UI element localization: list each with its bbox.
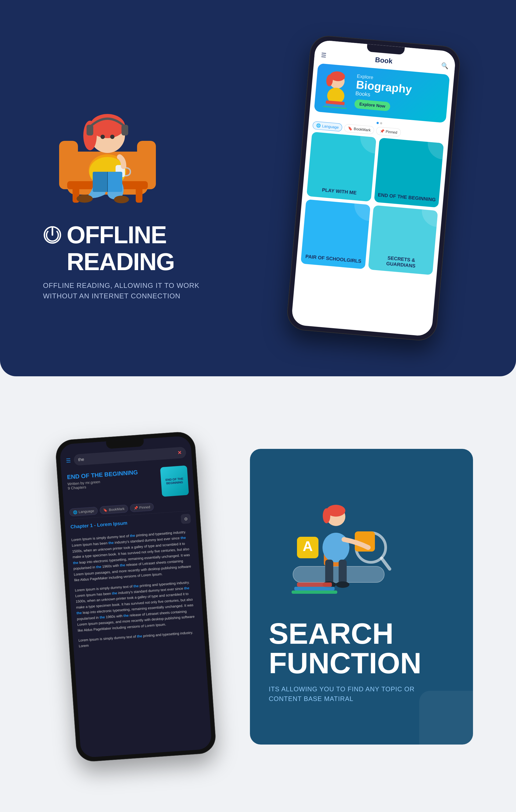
language-icon: 🌐 [316, 123, 321, 128]
power-icon [43, 226, 62, 244]
phone-screen-1: ☰ Book 🔍 [291, 39, 456, 337]
filter-tab-language-label: Language [322, 124, 339, 129]
filter-tab-dark-pinned[interactable]: 📌 Pinned [130, 503, 154, 512]
search-illustration: A [269, 490, 408, 611]
phone-body-2: ☰ the ✕ END OF THE BEGINNING Written by … [55, 431, 217, 762]
bookmark-label-dark: BookMark [109, 507, 125, 512]
filter-tab-bookmark[interactable]: 🔖 BookMark [344, 124, 374, 135]
menu-icon[interactable]: ☰ [321, 52, 326, 59]
svg-point-17 [114, 196, 129, 203]
filter-tab-pinned-label: Pinned [385, 129, 398, 135]
character-illustration [43, 75, 172, 209]
svg-point-16 [77, 195, 93, 203]
bookmark-icon-dark: 🔖 [103, 508, 108, 512]
dot-2 [380, 122, 382, 124]
bookmark-icon: 🔖 [348, 126, 353, 130]
search-phone-wrapper: ☰ the ✕ END OF THE BEGINNING Written by … [43, 435, 228, 758]
offline-heading-line1: OFFLINE [67, 223, 166, 247]
app-title: Book [375, 56, 393, 65]
phone-body-1: ☰ Book 🔍 [286, 34, 461, 342]
svg-point-13 [101, 135, 105, 139]
lang-icon-dark: 🌐 [73, 510, 78, 514]
dot-1 [376, 122, 379, 124]
svg-rect-50 [292, 590, 337, 594]
search-func-heading: SEARCH FUNCTION [269, 619, 422, 678]
section-search: ☰ the ✕ END OF THE BEGINNING Written by … [0, 382, 516, 812]
svg-rect-48 [297, 582, 332, 587]
search-func-subtext: ITS ALLOWING YOU TO FIND ANY TOPIC OR CO… [269, 684, 425, 704]
svg-rect-19 [93, 172, 108, 192]
svg-point-42 [323, 508, 330, 523]
filter-tab-language[interactable]: 🌐 Language [312, 121, 342, 132]
book-title-pair: PAIR OF SCHOOLGIRLS [302, 254, 365, 265]
book-card-play-with-me[interactable]: PLAY WITH ME [306, 132, 376, 202]
book-title-secrets: SECRETS & GUARDIANS [369, 254, 434, 271]
search-func-title-line1: SEARCH [269, 619, 422, 648]
chapter-paragraph-2: Lorem Ipsum is simply dummy text of the … [75, 579, 198, 633]
search-input-text: the [78, 451, 175, 462]
svg-point-47 [336, 581, 349, 588]
svg-rect-44 [325, 560, 333, 584]
books-grid: PLAY WITH ME END OF THE BEGINNING PAIR O… [296, 132, 448, 276]
svg-rect-11 [87, 125, 93, 136]
filter-tab-dark-bookmark[interactable]: 🔖 BookMark [99, 504, 128, 514]
book-cover-thumbnail: END OF THE BEGINNING [160, 466, 189, 497]
chapter-paragraph-1: Lorem Ipsum is simply dummy text of the … [71, 529, 195, 583]
section-offline: OFFLINE READING OFFLINE READING, ALLOWIN… [0, 0, 516, 376]
search-right-panel: A [250, 449, 473, 745]
svg-rect-5 [136, 186, 142, 203]
search-menu-icon[interactable]: ☰ [65, 457, 71, 464]
svg-rect-49 [294, 587, 335, 590]
svg-point-43 [322, 533, 349, 562]
offline-icon-row: OFFLINE [43, 223, 204, 247]
phone-mockup-1: ☰ Book 🔍 [274, 40, 473, 336]
svg-rect-12 [121, 125, 128, 136]
search-close-icon[interactable]: ✕ [177, 450, 182, 456]
chapter-paragraph-3: Lorem Ipsum is simply dummy text of the … [78, 629, 199, 649]
lang-label-dark: Language [79, 509, 94, 514]
svg-line-34 [382, 558, 390, 569]
explore-now-button[interactable]: Explore Now [354, 99, 391, 111]
book-card-end-beginning[interactable]: END OF THE BEGINNING [374, 138, 444, 207]
pin-label-dark: Pinned [139, 505, 150, 510]
offline-left-panel: OFFLINE READING OFFLINE READING, ALLOWIN… [43, 75, 242, 301]
chapter-settings-button[interactable]: ⚙ [181, 514, 191, 524]
offline-title-block: OFFLINE READING OFFLINE READING, ALLOWIN… [43, 223, 204, 301]
book-card-pair-schoolgirls[interactable]: PAIR OF SCHOOLGIRLS [301, 199, 371, 269]
book-title-end: END OF THE BEGINNING [374, 192, 439, 203]
pin-icon-dark: 📌 [134, 506, 138, 510]
offline-subtext: OFFLINE READING, ALLOWING IT TO WORK WIT… [43, 280, 204, 301]
search-icon-header[interactable]: 🔍 [441, 62, 449, 69]
search-func-title-line2: FUNCTION [269, 648, 422, 678]
phone-screen-2: ☰ the ✕ END OF THE BEGINNING Written by … [59, 435, 212, 758]
banner-character [319, 69, 354, 109]
svg-text:A: A [303, 539, 313, 554]
banner-text: Explore Biography Books Explore Now [351, 73, 445, 116]
filter-tab-dark-language[interactable]: 🌐 Language [69, 507, 98, 516]
pin-icon: 📌 [379, 129, 384, 133]
filter-tab-bookmark-label: BookMark [354, 126, 371, 132]
book-title-play: PLAY WITH ME [318, 187, 360, 197]
chapter-title: Chapter 1 - Lorem Ipsum [70, 520, 128, 530]
book-detail-info: END OF THE BEGINNING Written by mr.green… [67, 467, 158, 503]
svg-point-14 [110, 135, 114, 139]
svg-rect-45 [339, 560, 347, 584]
book-cover-thumb-text: END OF THE BEGINNING [161, 475, 188, 487]
chapter-content: Lorem Ipsum is simply dummy text of the … [65, 526, 212, 758]
filter-tab-pinned[interactable]: 📌 Pinned [376, 126, 401, 137]
book-card-secrets-guardians[interactable]: SECRETS & GUARDIANS [368, 205, 438, 275]
offline-heading-line2: READING [43, 250, 204, 274]
